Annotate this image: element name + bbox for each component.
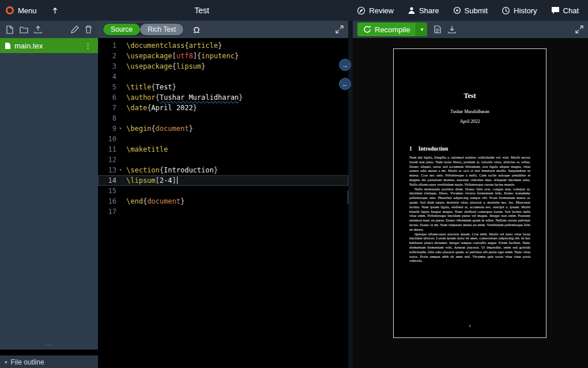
code-line-17[interactable]: 17 bbox=[98, 206, 348, 217]
code-line-4[interactable]: 4 bbox=[98, 72, 348, 82]
file-menu-kebab-icon[interactable]: ⋮ bbox=[82, 42, 93, 50]
code-line-10[interactable]: 10 bbox=[98, 134, 348, 144]
code-line-8[interactable]: 8 bbox=[98, 113, 348, 123]
history-button[interactable]: History bbox=[502, 6, 537, 15]
code-line-6[interactable]: 6\author{Tushar Muralidharan} bbox=[98, 92, 348, 103]
line-number-gutter: 16 bbox=[98, 196, 125, 206]
code-line-15[interactable]: 15 bbox=[98, 186, 348, 196]
document-icon bbox=[434, 25, 441, 33]
code-text: \lipsum[2-4] bbox=[125, 175, 178, 186]
code-line-14[interactable]: 14\lipsum[2-4] bbox=[98, 175, 348, 186]
review-button[interactable]: Review bbox=[357, 6, 394, 15]
project-title[interactable]: Test bbox=[194, 6, 209, 15]
pdf-doc-date: April 2022 bbox=[394, 119, 546, 124]
chat-bubble-icon bbox=[551, 6, 560, 14]
pdf-doc-title: Test bbox=[394, 92, 546, 100]
line-number-gutter: 2 bbox=[98, 51, 125, 61]
editor-fullscreen-button[interactable] bbox=[336, 25, 344, 33]
delete-file-button[interactable] bbox=[85, 25, 92, 33]
overleaf-app: Menu Test Review Share Submit History bbox=[0, 0, 588, 368]
file-outline-bar[interactable]: ▾ File outline bbox=[0, 355, 98, 368]
code-line-3[interactable]: 3\usepackage{lipsum} bbox=[98, 61, 348, 72]
overleaf-logo-icon bbox=[6, 6, 14, 14]
line-number-gutter: 11 bbox=[98, 144, 125, 155]
code-line-2[interactable]: 2\usepackage[utf8]{inputenc} bbox=[98, 51, 348, 61]
code-text: \usepackage[utf8]{inputenc} bbox=[125, 51, 239, 61]
code-text: \author{Tushar Muralidharan} bbox=[125, 92, 243, 103]
pdf-preview-panel[interactable]: Test Tushar Muralidharan April 2022 1Int… bbox=[353, 38, 588, 368]
code-line-11[interactable]: 11\maketitle bbox=[98, 144, 348, 155]
code-editor[interactable]: 1\documentclass{article}2\usepackage[utf… bbox=[98, 38, 348, 368]
rename-file-button[interactable] bbox=[71, 25, 79, 33]
file-item-main-tex[interactable]: main.tex ⋮ bbox=[0, 38, 98, 53]
code-text: \begin{document} bbox=[125, 123, 193, 134]
chat-button[interactable]: Chat bbox=[551, 6, 579, 15]
pdf-page-number: 1 bbox=[394, 324, 546, 328]
code-text: \documentclass{article} bbox=[125, 40, 222, 51]
line-number-gutter: 1 bbox=[98, 40, 125, 51]
new-folder-icon bbox=[20, 26, 28, 33]
top-bar: Menu Test Review Share Submit History bbox=[0, 0, 588, 21]
code-text: \maketitle bbox=[125, 144, 168, 155]
upload-icon bbox=[34, 25, 42, 33]
submit-label: Submit bbox=[465, 6, 488, 15]
recompile-dropdown-button[interactable]: ▾ bbox=[416, 22, 427, 36]
code-line-1[interactable]: 1\documentclass{article} bbox=[98, 40, 348, 51]
code-line-7[interactable]: 7\date{April 2022} bbox=[98, 103, 348, 113]
line-number-gutter: 10 bbox=[98, 134, 125, 144]
pdf-paragraph-1: Nam dui ligula, fringilla a, euismod sod… bbox=[409, 155, 530, 187]
file-tree-panel: main.tex ⋮ ⋯ bbox=[0, 38, 98, 350]
pdf-toolbar: Recompile ▾ bbox=[353, 21, 588, 38]
code-line-13[interactable]: 13▾\section{Introduction} bbox=[98, 165, 348, 175]
submit-button[interactable]: Submit bbox=[453, 6, 488, 15]
new-folder-button[interactable] bbox=[20, 26, 28, 33]
code-line-5[interactable]: 5\title{Test} bbox=[98, 82, 348, 92]
menu-button[interactable]: Menu bbox=[18, 6, 37, 15]
sync-to-pdf-button[interactable]: → bbox=[339, 59, 351, 71]
share-button[interactable]: Share bbox=[408, 6, 439, 15]
line-number-gutter: 9▾ bbox=[98, 123, 125, 134]
code-text bbox=[125, 186, 126, 196]
refresh-icon bbox=[363, 25, 371, 33]
up-arrow-icon bbox=[51, 7, 59, 14]
line-number-gutter: 12 bbox=[98, 155, 125, 165]
fold-caret-icon[interactable]: ▾ bbox=[116, 123, 125, 134]
file-name: main.tex bbox=[14, 42, 43, 50]
download-icon bbox=[448, 25, 456, 33]
upload-file-button[interactable] bbox=[34, 25, 42, 33]
line-number-gutter: 7 bbox=[98, 103, 125, 113]
file-tree-toolbar bbox=[0, 21, 98, 38]
rich-text-mode-button[interactable]: Rich Text bbox=[140, 24, 183, 35]
panel-resize-handle[interactable]: ⋯ bbox=[0, 343, 98, 350]
code-text bbox=[125, 113, 126, 123]
code-text bbox=[125, 134, 126, 144]
code-line-12[interactable]: 12 bbox=[98, 155, 348, 165]
code-line-16[interactable]: 16\end{document} bbox=[98, 196, 348, 206]
symbol-palette-button[interactable]: Ω bbox=[193, 25, 199, 35]
line-number-gutter: 14 bbox=[98, 175, 125, 186]
new-file-button[interactable] bbox=[6, 25, 14, 34]
compile-logs-button[interactable] bbox=[434, 25, 441, 33]
recompile-button[interactable]: Recompile bbox=[357, 22, 416, 36]
source-mode-button[interactable]: Source bbox=[103, 24, 140, 35]
expand-icon bbox=[336, 25, 344, 33]
fold-caret-icon[interactable]: ▾ bbox=[116, 165, 125, 175]
sync-to-code-button[interactable]: ← bbox=[339, 78, 351, 90]
code-line-9[interactable]: 9▾\begin{document} bbox=[98, 123, 348, 134]
recompile-group: Recompile ▾ bbox=[357, 22, 427, 36]
back-to-projects-button[interactable] bbox=[49, 5, 61, 17]
code-text: \end{document} bbox=[125, 196, 184, 206]
line-number-gutter: 15 bbox=[98, 186, 125, 196]
top-bar-actions: Review Share Submit History Chat bbox=[357, 6, 588, 15]
recompile-label: Recompile bbox=[375, 25, 410, 34]
pdf-fullscreen-button[interactable] bbox=[575, 25, 583, 33]
line-number-gutter: 8 bbox=[98, 113, 125, 123]
file-edit-tools bbox=[71, 25, 92, 33]
review-label: Review bbox=[369, 6, 394, 15]
history-clock-icon bbox=[502, 6, 510, 15]
trash-icon bbox=[85, 25, 92, 33]
download-pdf-button[interactable] bbox=[448, 25, 456, 33]
editor-pdf-divider[interactable] bbox=[348, 21, 353, 368]
file-icon bbox=[5, 42, 11, 50]
line-number-gutter: 13▾ bbox=[98, 165, 125, 175]
